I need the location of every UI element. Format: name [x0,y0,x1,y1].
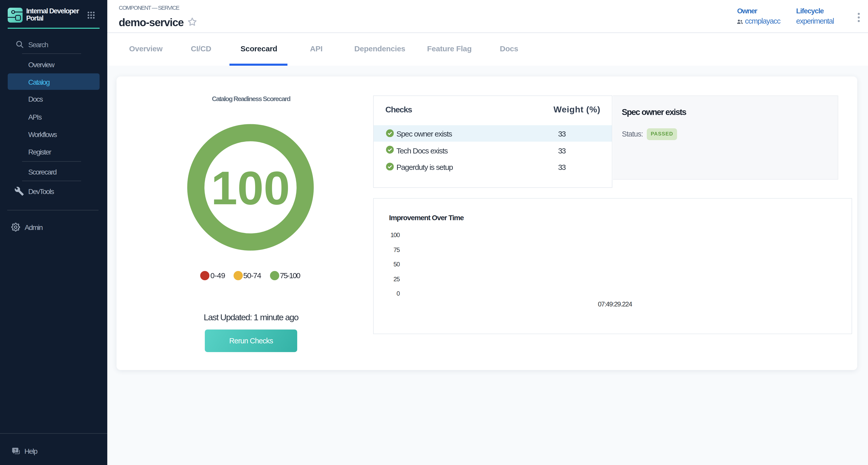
svg-text:100: 100 [211,162,290,215]
svg-text:?: ? [14,448,17,453]
